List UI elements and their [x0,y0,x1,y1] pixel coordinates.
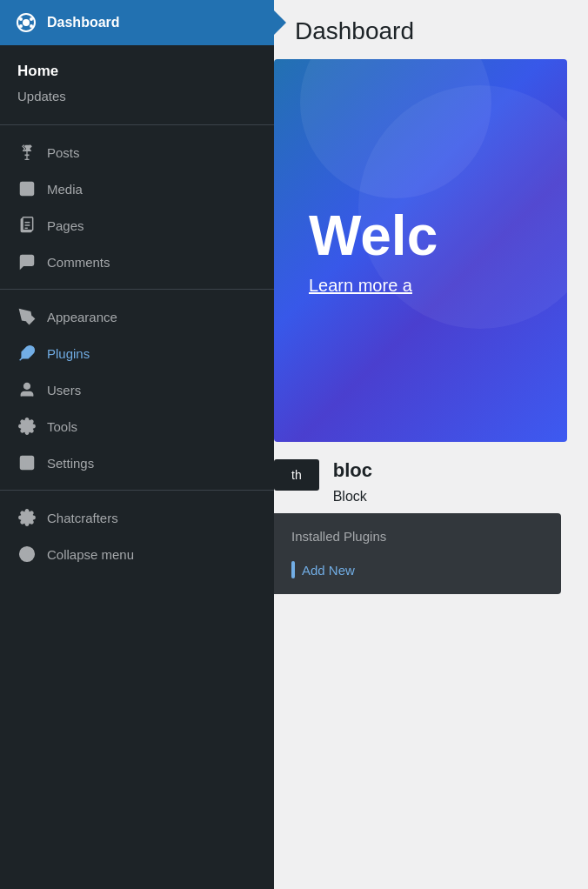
sidebar-item-comments-label: Comments [47,255,110,270]
sidebar: Dashboard Home Updates Posts Media [0,0,274,889]
welcome-text: Welc [309,205,438,266]
sidebar-item-chatcrafters[interactable]: Chatcrafters [0,499,274,536]
svg-rect-21 [21,457,34,470]
home-section: Home Updates [0,45,274,116]
main-content: Dashboard Welc Learn more a th bloc Bloc… [274,0,588,889]
block-label: bloc [333,459,374,482]
sidebar-item-pages[interactable]: Pages [0,207,274,244]
svg-point-4 [19,24,23,28]
sidebar-item-users[interactable]: Users [0,371,274,408]
sidebar-item-media[interactable]: Media [0,170,274,207]
sidebar-item-pages-label: Pages [47,218,84,233]
divider-top [0,124,274,125]
sidebar-item-tools[interactable]: Tools [0,408,274,444]
sidebar-item-plugins-label: Plugins [47,346,90,361]
sidebar-item-posts-label: Posts [47,145,80,160]
dashboard-icon [14,10,38,35]
submenu-add-new[interactable]: Add New [274,552,561,587]
svg-point-1 [23,19,30,26]
sidebar-item-settings[interactable]: Settings [0,444,274,481]
media-icon [17,179,37,198]
svg-point-5 [30,24,33,28]
learn-more-link[interactable]: Learn more a [309,276,412,296]
sidebar-item-chatcrafters-label: Chatcrafters [47,511,118,525]
sidebar-item-comments[interactable]: Comments [0,244,274,280]
sidebar-item-plugins[interactable]: Plugins [0,335,274,371]
chatcrafters-gear-icon [17,508,37,527]
home-label[interactable]: Home [0,59,274,84]
sidebar-item-collapse[interactable]: Collapse menu [0,536,274,572]
thumbtack-icon [17,143,37,162]
sidebar-item-media-label: Media [47,182,83,197]
sidebar-item-appearance[interactable]: Appearance [0,298,274,335]
sidebar-item-users-label: Users [47,383,81,398]
svg-point-16 [25,315,28,318]
pages-icon [17,216,37,235]
svg-point-19 [24,384,30,390]
users-icon [17,380,37,399]
submenu-installed-plugins[interactable]: Installed Plugins [274,520,561,552]
divider-bottom [0,490,274,491]
plugins-icon [17,344,37,363]
svg-point-10 [23,185,25,188]
svg-point-3 [30,17,33,21]
block-button[interactable]: th [274,459,319,491]
sidebar-item-tools-label: Tools [47,419,77,434]
sidebar-item-appearance-label: Appearance [47,310,117,324]
highlight-bar [291,561,295,578]
collapse-icon [17,545,37,564]
sidebar-item-posts[interactable]: Posts [0,134,274,170]
settings-icon [17,453,37,472]
divider-middle [0,289,274,290]
sidebar-item-settings-label: Settings [47,456,94,471]
main-header: Dashboard [274,0,588,59]
page-title: Dashboard [295,17,567,45]
comments-icon [17,252,37,271]
welcome-banner: Welc Learn more a [274,59,567,442]
plugins-submenu: Installed Plugins Add New [274,513,561,594]
svg-point-2 [19,17,23,21]
updates-label[interactable]: Updates [0,84,274,109]
appearance-icon [17,307,37,326]
tools-icon [17,417,37,436]
sidebar-header[interactable]: Dashboard [0,0,274,45]
sidebar-item-collapse-label: Collapse menu [47,547,134,562]
site-title: Dashboard [47,15,120,30]
